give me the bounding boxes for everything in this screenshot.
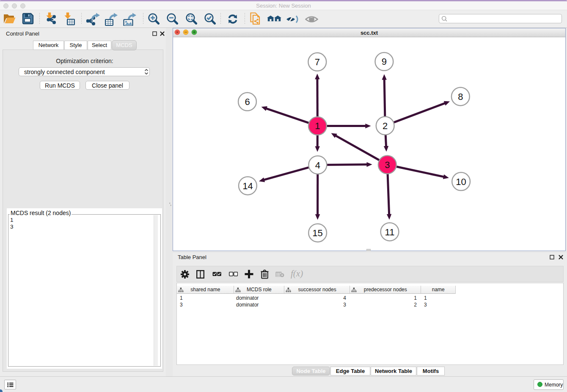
svg-text:14: 14: [242, 181, 253, 191]
svg-text:15: 15: [312, 228, 322, 238]
svg-text:9: 9: [382, 56, 387, 67]
svg-text:6: 6: [245, 97, 250, 107]
svg-text:10: 10: [456, 177, 466, 187]
svg-text:4: 4: [315, 160, 320, 171]
svg-text:2: 2: [383, 121, 388, 131]
svg-text:1: 1: [315, 121, 320, 131]
svg-text:3: 3: [385, 160, 390, 170]
svg-text:11: 11: [385, 227, 395, 237]
svg-text:8: 8: [458, 91, 463, 102]
svg-text:7: 7: [315, 57, 320, 67]
